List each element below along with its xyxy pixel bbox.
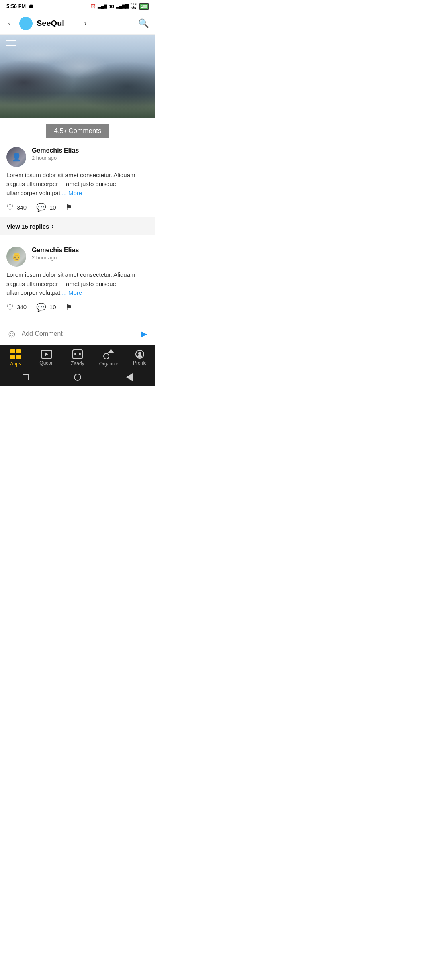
triangle-icon [126,373,133,381]
avatar: 👤 [6,147,26,167]
alarm-icon: ⏰ [90,4,96,9]
battery-icon: 100 [139,3,149,10]
add-comment-bar: ☺ ► [0,323,155,345]
comment-button[interactable]: 💬 10 [36,202,56,212]
signal-icon-2: ▂▄▆▇ [116,4,129,9]
signal-icon: ▂▄▆ [98,4,107,9]
more-link[interactable]: ... More [62,190,82,196]
comment-icon: 💬 [36,202,46,212]
more-link[interactable]: ... More [62,289,82,296]
status-bar: 5:56 PM ⏺ ⏰ ▂▄▆ 4G ▂▄▆▇ 20.3K/s 100 [0,0,155,13]
comment-meta: Gemechis Elias 2 hour ago [32,147,149,161]
comment-button[interactable]: 💬 10 [36,302,56,312]
heart-icon: ♡ [6,202,14,212]
channel-title: SeeQul [37,19,80,28]
comment-author: Gemechis Elias [32,147,149,154]
recents-button[interactable] [22,373,30,382]
nav-label-apps: Apps [10,361,21,367]
comment-author: Gemechis Elias [32,247,149,254]
channel-avatar [19,17,33,30]
nav-label-qucon: Qucon [39,360,53,366]
status-icons: ⏰ ▂▄▆ 4G ▂▄▆▇ 20.3K/s 100 [90,2,149,10]
nav-item-qucon[interactable]: Qucon [35,350,59,366]
menu-icon[interactable] [6,40,16,46]
home-button[interactable] [73,373,82,382]
comment-item: 👤 Gemechis Elias 2 hour ago Lorem ipsum … [0,142,155,218]
like-button[interactable]: ♡ 340 [6,202,27,212]
chevron-right-icon[interactable]: › [84,19,87,27]
comment-count: 10 [49,204,56,211]
comments-count: 4.5k Comments [46,124,109,138]
nav-item-profile[interactable]: Profile [128,350,152,366]
search-button[interactable]: 🔍 [138,18,149,29]
view-replies-label: View 15 replies [6,223,49,230]
top-nav: ← SeeQul › 🔍 [0,13,155,35]
view-replies-button[interactable]: View 15 replies › [0,217,155,235]
like-count: 340 [17,304,27,310]
system-nav-bar [0,370,155,386]
like-button[interactable]: ♡ 340 [6,302,27,312]
comment-text: Lorem ipsum dolor sit amet consectetur. … [6,171,149,198]
status-time: 5:56 PM [6,3,26,9]
comment-meta: Gemechis Elias 2 hour ago [32,247,149,261]
comment-header: 👤 Gemechis Elias 2 hour ago [6,147,149,167]
comment-item: 👴 Gemechis Elias 2 hour ago Lorem ipsum … [0,242,155,317]
organize-icon [103,349,114,359]
heart-icon: ♡ [6,302,14,312]
nav-item-organize[interactable]: Organize [97,349,121,367]
like-count: 340 [17,204,27,211]
flag-icon: ⚑ [66,303,72,312]
comment-actions: ♡ 340 💬 10 ⚑ [6,202,149,217]
hero-image [0,35,155,118]
status-time-area: 5:56 PM ⏺ [6,3,34,10]
comments-badge: 4.5k Comments [0,118,155,142]
comment-count: 10 [49,304,56,310]
flag-icon: ⚑ [66,203,72,212]
emoji-button[interactable]: ☺ [6,328,17,340]
bottom-nav: Apps Qucon Zaady Organize Profile [0,345,155,370]
nav-label-organize: Organize [99,361,119,367]
back-nav-button[interactable] [125,373,134,382]
flag-button[interactable]: ⚑ [66,303,72,312]
comment-time: 2 hour ago [32,255,149,261]
nav-label-zaady: Zaady [71,361,84,366]
comment-time: 2 hour ago [32,155,149,161]
circle-icon [74,374,81,381]
status-icon: ⏺ [28,3,34,10]
comment-actions: ♡ 340 💬 10 ⚑ [6,302,149,317]
send-button[interactable]: ► [139,328,149,340]
zaady-icon [72,349,83,359]
back-button[interactable]: ← [6,18,15,29]
apps-icon [10,349,21,359]
comment-text: Lorem ipsum dolor sit amet consectetur. … [6,270,149,298]
chevron-right-icon: › [51,223,53,230]
comment-header: 👴 Gemechis Elias 2 hour ago [6,247,149,267]
square-icon [23,374,29,380]
profile-icon [135,350,144,359]
play-icon [45,352,48,356]
qucon-icon [41,350,52,359]
nav-item-zaady[interactable]: Zaady [66,349,90,366]
comment-input[interactable] [22,330,134,337]
avatar: 👴 [6,247,26,267]
flag-button[interactable]: ⚑ [66,203,72,212]
network-4g: 4G [109,4,115,9]
comment-icon: 💬 [36,302,46,312]
nav-label-profile: Profile [133,360,147,366]
data-speed: 20.3K/s [130,2,137,10]
nav-item-apps[interactable]: Apps [4,349,27,367]
